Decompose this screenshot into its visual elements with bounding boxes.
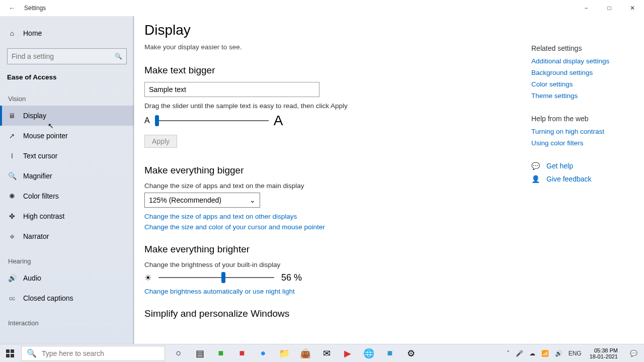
link-help-color-filters[interactable]: Using color filters bbox=[531, 139, 632, 147]
sample-text: Sample text bbox=[149, 85, 186, 94]
big-a-icon: A bbox=[274, 113, 283, 129]
search-icon: 🔍 bbox=[115, 53, 122, 60]
nav-closed-captions[interactable]: ㏄ Closed captions bbox=[0, 288, 134, 308]
chrome-icon[interactable]: 🌐 bbox=[358, 344, 379, 363]
scale-dropdown[interactable]: 125% (Recommended) ⌄ bbox=[144, 193, 260, 208]
sidebar-search[interactable]: 🔍 bbox=[7, 48, 127, 64]
color-filters-icon: ✺ bbox=[8, 192, 16, 200]
link-night-light[interactable]: Change brightness automatically or use n… bbox=[144, 288, 517, 295]
svg-rect-0 bbox=[6, 349, 10, 353]
nav-label: Color filters bbox=[23, 192, 59, 200]
brightness-row: ☀ 56 % bbox=[144, 272, 517, 284]
apply-button[interactable]: Apply bbox=[144, 135, 177, 148]
link-other-displays[interactable]: Change the size of apps and text on othe… bbox=[144, 213, 517, 220]
group-interaction-label: Interaction bbox=[0, 308, 134, 330]
link-color[interactable]: Color settings bbox=[531, 80, 632, 88]
link-cursor-size[interactable]: Change the size and color of your cursor… bbox=[144, 223, 517, 231]
task-view-icon[interactable]: ▤ bbox=[189, 344, 210, 363]
nav-color-filters[interactable]: ✺ Color filters bbox=[0, 186, 134, 206]
taskbar-apps: ○ ▤ ■ ■ ● 📁 👜 ✉ ▶ 🌐 ■ ⚙ bbox=[168, 344, 422, 363]
nav-display[interactable]: 🖥 Display bbox=[0, 106, 134, 126]
home-icon: ⌂ bbox=[8, 29, 16, 37]
tray-volume-icon[interactable]: 🔊 bbox=[554, 350, 564, 357]
section-brighter: Make everything brighter bbox=[144, 244, 517, 255]
mail-icon[interactable]: ✉ bbox=[316, 344, 337, 363]
home-label: Home bbox=[23, 29, 42, 37]
nav-label: Magnifier bbox=[23, 172, 52, 180]
store-icon[interactable]: 👜 bbox=[295, 344, 316, 363]
nav-text-cursor[interactable]: I Text cursor bbox=[0, 146, 134, 166]
tray-mic-icon[interactable]: 🎤 bbox=[515, 350, 524, 357]
nav-label: Text cursor bbox=[23, 152, 57, 160]
close-button[interactable]: ✕ bbox=[621, 0, 644, 16]
group-vision-label: Vision bbox=[0, 84, 134, 106]
nav-narrator[interactable]: ⎆ Narrator bbox=[0, 226, 134, 246]
sidebar-scrollbar[interactable] bbox=[133, 16, 134, 344]
taskbar-search-placeholder: Type here to search bbox=[42, 349, 104, 357]
window-title: Settings bbox=[24, 5, 46, 12]
system-tray: ˄ 🎤 ☁ 📶 🔊 ENG 05:38 PM 18-01-2021 💬 bbox=[506, 344, 644, 362]
clock-time: 05:38 PM bbox=[590, 347, 618, 353]
app-icon-4[interactable]: ■ bbox=[379, 344, 400, 363]
start-button[interactable] bbox=[0, 344, 20, 363]
nav-label: Narrator bbox=[23, 232, 49, 240]
chevron-down-icon: ⌄ bbox=[250, 196, 256, 204]
tray-notifications-icon[interactable]: 💬 bbox=[625, 350, 642, 357]
brightness-slider[interactable] bbox=[158, 272, 274, 284]
file-explorer-icon[interactable]: 📁 bbox=[274, 344, 295, 363]
main-pane: Display Make your display easier to see.… bbox=[134, 16, 644, 344]
give-feedback[interactable]: 👤 Give feedback bbox=[531, 175, 632, 183]
tray-wifi-icon[interactable]: 📶 bbox=[540, 350, 550, 357]
tray-language[interactable]: ENG bbox=[568, 350, 583, 357]
slider-thumb[interactable] bbox=[155, 115, 159, 126]
magnifier-icon: 🔍 bbox=[8, 172, 16, 180]
nav-label: Mouse pointer bbox=[23, 132, 68, 140]
group-hearing-label: Hearing bbox=[0, 246, 134, 268]
nav-magnifier[interactable]: 🔍 Magnifier bbox=[0, 166, 134, 186]
search-icon: 🔍 bbox=[27, 348, 37, 358]
taskbar: 🔍 Type here to search ○ ▤ ■ ■ ● 📁 👜 ✉ ▶ … bbox=[0, 344, 644, 362]
app-icon-2[interactable]: ■ bbox=[231, 344, 253, 363]
text-size-slider[interactable] bbox=[155, 115, 269, 127]
sidebar-search-input[interactable] bbox=[12, 52, 115, 60]
svg-rect-1 bbox=[11, 349, 14, 353]
link-theme[interactable]: Theme settings bbox=[531, 92, 632, 100]
edge-icon[interactable]: ● bbox=[253, 344, 274, 363]
small-a-icon: A bbox=[144, 116, 150, 125]
get-help[interactable]: 💬 Get help bbox=[531, 162, 632, 170]
settings-icon[interactable]: ⚙ bbox=[400, 344, 422, 363]
help-icon: 💬 bbox=[531, 162, 539, 170]
nav-label: Display bbox=[23, 112, 46, 120]
home-nav[interactable]: ⌂ Home bbox=[0, 23, 134, 43]
windows-icon bbox=[6, 349, 14, 357]
tray-chevron-icon[interactable]: ˄ bbox=[506, 350, 511, 357]
slider-thumb[interactable] bbox=[221, 272, 225, 283]
nav-high-contrast[interactable]: ✤ High contrast bbox=[0, 206, 134, 226]
sample-text-box: Sample text bbox=[144, 82, 319, 97]
nav-label: High contrast bbox=[23, 212, 64, 220]
link-background[interactable]: Background settings bbox=[531, 69, 632, 76]
taskbar-search[interactable]: 🔍 Type here to search bbox=[21, 346, 165, 361]
nav-audio[interactable]: 🔊 Audio bbox=[0, 268, 134, 288]
get-help-label: Get help bbox=[546, 162, 573, 170]
right-rail: Related settings Additional display sett… bbox=[531, 44, 632, 188]
window-controls: − □ ✕ bbox=[575, 0, 644, 16]
narrator-icon: ⎆ bbox=[8, 232, 16, 240]
nav-mouse-pointer[interactable]: ➚ Mouse pointer bbox=[0, 126, 134, 146]
app-icon-1[interactable]: ■ bbox=[210, 344, 231, 363]
closed-captions-icon: ㏄ bbox=[8, 294, 16, 303]
back-button[interactable]: ← bbox=[0, 4, 24, 12]
title-bar: ← Settings − □ ✕ bbox=[0, 0, 644, 16]
cortana-icon[interactable]: ○ bbox=[168, 344, 189, 363]
app-icon-3[interactable]: ▶ bbox=[337, 344, 358, 363]
tray-clock[interactable]: 05:38 PM 18-01-2021 bbox=[587, 347, 621, 359]
minimize-button[interactable]: − bbox=[575, 0, 598, 16]
svg-rect-3 bbox=[11, 354, 14, 357]
display-icon: 🖥 bbox=[8, 112, 16, 120]
tray-onedrive-icon[interactable]: ☁ bbox=[528, 350, 536, 357]
sidebar: ⌂ Home 🔍 Ease of Access Vision 🖥 Display… bbox=[0, 16, 134, 344]
maximize-button[interactable]: □ bbox=[598, 0, 621, 16]
link-additional-display[interactable]: Additional display settings bbox=[531, 57, 632, 65]
audio-icon: 🔊 bbox=[8, 274, 16, 282]
link-help-high-contrast[interactable]: Turning on high contrast bbox=[531, 128, 632, 135]
